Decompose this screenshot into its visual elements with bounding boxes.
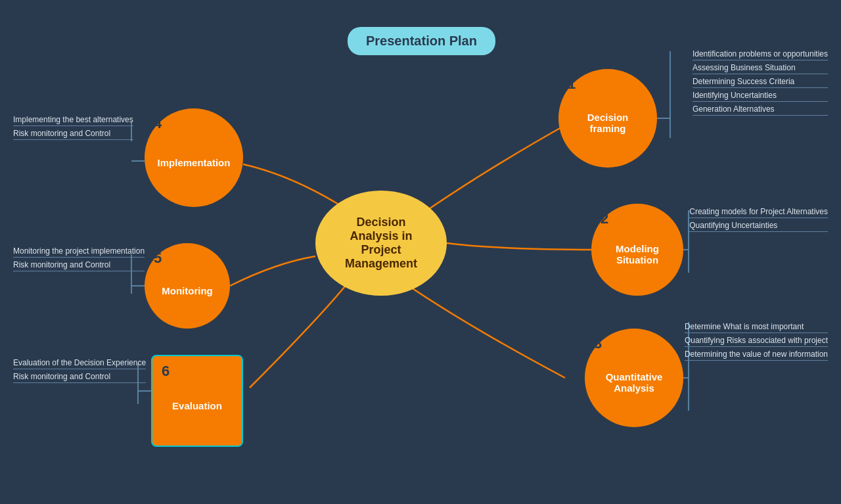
node-quantitative-analysis[interactable]: 3 QuantitativeAnalysis xyxy=(585,329,683,427)
sub3-item3: Determining the value of new information xyxy=(685,350,828,361)
node2-label: ModelingSituation xyxy=(616,243,659,265)
sub-items-node4: Implementing the best alternatives Risk … xyxy=(13,115,133,140)
sub2-item1: Creating models for Project Alternatives xyxy=(689,207,828,218)
sub3-item2: Quantifying Risks associated with projec… xyxy=(685,336,828,347)
node6-label: Evaluation xyxy=(172,400,222,411)
center-line4: Management xyxy=(345,257,417,271)
sub-items-node6: Evaluation of the Decision Experience Ri… xyxy=(13,358,146,383)
node-decision-framing[interactable]: 1 Decisionframing xyxy=(558,69,657,168)
sub1-item1: Identification problems or opportunities xyxy=(693,49,828,60)
sub5-item2: Risk monitoring and Control xyxy=(13,260,145,271)
node-evaluation[interactable]: 6 Evaluation xyxy=(151,355,243,447)
node4-number: 4 xyxy=(154,115,162,132)
center-line3: Project xyxy=(345,243,417,257)
node-modeling-situation[interactable]: 2 ModelingSituation xyxy=(591,204,683,296)
node3-label: QuantitativeAnalysis xyxy=(606,371,663,394)
center-ellipse: Decision Analysis in Project Management xyxy=(315,191,447,296)
sub4-item1: Implementing the best alternatives xyxy=(13,115,133,126)
center-line1: Decision xyxy=(345,216,417,229)
presentation-title: Presentation Plan xyxy=(348,27,495,55)
center-line2: Analysis in xyxy=(345,229,417,243)
sub1-item3: Determining Success Criteria xyxy=(693,77,828,88)
node6-number: 6 xyxy=(162,363,170,380)
sub-items-node5: Monitoring the project implementation Ri… xyxy=(13,246,145,271)
node1-number: 1 xyxy=(568,76,576,93)
node2-number: 2 xyxy=(601,210,608,227)
sub-items-node2: Creating models for Project Alternatives… xyxy=(689,207,828,232)
sub2-item2: Quantifying Uncertainties xyxy=(689,221,828,232)
node4-label: Implementation xyxy=(158,157,231,168)
sub6-item1: Evaluation of the Decision Experience xyxy=(13,358,146,369)
sub1-item2: Assessing Business Situation xyxy=(693,63,828,74)
node-monitoring[interactable]: 5 Monitoring xyxy=(145,243,230,329)
sub1-item4: Identifying Uncertainties xyxy=(693,91,828,102)
sub-items-node3: Determine What is most important Quantif… xyxy=(685,322,828,361)
node5-number: 5 xyxy=(154,250,162,267)
sub4-item2: Risk monitoring and Control xyxy=(13,129,133,140)
sub5-item1: Monitoring the project implementation xyxy=(13,246,145,258)
sub-items-node1: Identification problems or opportunities… xyxy=(693,49,828,116)
sub3-item1: Determine What is most important xyxy=(685,322,828,333)
sub1-item5: Generation Alternatives xyxy=(693,104,828,116)
node3-number: 3 xyxy=(594,335,602,352)
sub6-item2: Risk monitoring and Control xyxy=(13,372,146,383)
node5-label: Monitoring xyxy=(162,285,212,296)
node-implementation[interactable]: 4 Implementation xyxy=(145,108,243,207)
node1-label: Decisionframing xyxy=(587,112,629,134)
